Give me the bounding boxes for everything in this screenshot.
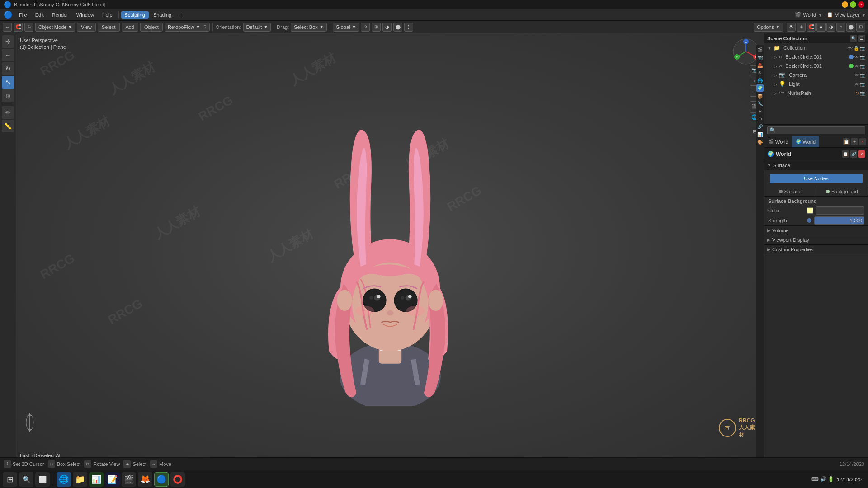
outline-vis-camera[interactable]: 👁	[854, 73, 859, 78]
media-button[interactable]: 🎬	[122, 472, 136, 487]
outline-render-camera[interactable]: 📷	[860, 73, 865, 78]
outline-render-bezier2[interactable]: 📷	[860, 64, 865, 69]
toolbar-view[interactable]: View	[77, 23, 96, 32]
outline-item-nurbspath[interactable]: ▷ 〰 NurbsPath ↻ 📷	[764, 89, 868, 98]
prop-icon-particles[interactable]: ✦	[756, 108, 764, 115]
edge-button[interactable]: 🌐	[57, 472, 71, 487]
vp-snap-toggle[interactable]: 🧲	[807, 23, 816, 32]
outline-vis-collection[interactable]: 👁	[848, 46, 853, 51]
tool-move[interactable]: ↔	[2, 49, 14, 61]
prop-icon-object[interactable]: 📦	[756, 92, 764, 99]
header-scene-select[interactable]: ▼	[818, 12, 823, 18]
surface-tab-background[interactable]: Background	[816, 187, 868, 196]
outline-render-bezier1[interactable]: 📷	[860, 55, 865, 60]
outline-item-beziercircle2[interactable]: ▷ ○ BezierCircle.001 👁 📷	[764, 61, 868, 70]
toolbar-mirror-btn[interactable]: ◑	[382, 23, 392, 32]
search-button[interactable]: 🔍	[19, 472, 33, 487]
vp-shading-solid[interactable]: ●	[816, 23, 826, 32]
outline-vis-bezier1[interactable]: 👁	[854, 55, 859, 60]
toolbar-object[interactable]: Object	[140, 23, 163, 32]
start-button[interactable]: ⊞	[3, 472, 17, 487]
outline-vis-bezier2[interactable]: 👁	[854, 64, 859, 69]
menuitem-render[interactable]: Render	[48, 11, 72, 19]
tool-measure[interactable]: 📏	[2, 120, 14, 132]
prop-icon-world[interactable]: 🌍	[756, 84, 764, 92]
toolbar-prop-edit-btn[interactable]: ⬤	[393, 23, 402, 32]
world-link-btn[interactable]: 🔗	[850, 150, 857, 158]
word-button[interactable]: 📝	[105, 472, 120, 487]
workspace-shading[interactable]: Shading	[150, 11, 175, 19]
prop-tab-scene[interactable]: 🎬 World	[764, 136, 792, 147]
toolbar-global-dropdown[interactable]: Global ▼	[333, 23, 359, 32]
tool-rotate[interactable]: ↻	[2, 62, 14, 75]
vp-shading-lookdev[interactable]: ⬤	[846, 23, 855, 32]
close-btn[interactable]: ×	[858, 1, 864, 8]
minimize-btn[interactable]: −	[842, 1, 848, 8]
tool-cursor[interactable]: ✛	[2, 35, 14, 48]
outline-hide-collection[interactable]: 🔒	[854, 46, 859, 51]
outline-render-light[interactable]: 📷	[860, 82, 865, 87]
outline-item-collection[interactable]: ▼ 📁 Collection 👁 🔒 📷	[764, 43, 868, 52]
prop-icon-material[interactable]: 🎨	[756, 138, 764, 145]
world-close-btn[interactable]: ×	[858, 150, 865, 158]
world-browse-btn[interactable]: 📋	[842, 150, 849, 158]
mode-dropdown[interactable]: Object Mode ▼	[35, 23, 75, 32]
prop-icon-view[interactable]: 👁	[756, 69, 764, 76]
outline-render-collection[interactable]: 📷	[860, 46, 865, 51]
menuitem-edit[interactable]: Edit	[32, 11, 47, 19]
navigation-gizmo[interactable]: Z Y X	[732, 38, 760, 65]
strength-slider[interactable]: 1.000	[814, 216, 864, 225]
vp-gizmo-toggle[interactable]: ⊕	[797, 23, 806, 32]
toolbar-transform-btn[interactable]: ↔	[3, 23, 12, 32]
prop-icon-scene[interactable]: 🎬	[756, 46, 764, 53]
viewport-display-header[interactable]: ▶ Viewport Display	[764, 235, 868, 244]
tool-annotate[interactable]: ✏	[2, 106, 14, 119]
workspace-sculpting[interactable]: Sculpting	[121, 11, 149, 19]
toolbar-retopoflow[interactable]: RetopoFlow ▼ ?	[165, 23, 210, 32]
firefox-button[interactable]: 🦊	[138, 472, 152, 487]
excel-button[interactable]: 📊	[89, 472, 104, 487]
custom-props-header[interactable]: ▶ Custom Properties	[764, 245, 868, 254]
vp-overlay-toggle[interactable]: 👁	[787, 23, 796, 32]
toolbar-add[interactable]: Add	[122, 23, 139, 32]
menuitem-blender[interactable]: 🔵	[2, 10, 14, 19]
menuitem-help[interactable]: Help	[99, 11, 116, 19]
prop-icon-data[interactable]: 📊	[756, 131, 764, 138]
menuitem-file[interactable]: File	[15, 11, 31, 19]
volume-header[interactable]: ▶ Volume	[764, 226, 868, 235]
prop-icon-constraints[interactable]: 🔗	[756, 123, 764, 130]
use-nodes-btn[interactable]: Use Nodes	[770, 174, 863, 183]
workspace-add[interactable]: +	[176, 11, 186, 19]
color-swatch[interactable]	[807, 207, 813, 214]
viewport-3d[interactable]: RRCG 人人素材 RRCG 人人素材 人人素材 RRCG 人人素材 RRCG …	[16, 33, 764, 462]
tool-transform[interactable]: ⊕	[2, 89, 14, 102]
taskview-button[interactable]: ⬜	[35, 472, 50, 487]
vp-xray-toggle[interactable]: ⊡	[856, 23, 865, 32]
header-viewlayer-select[interactable]: ▼	[861, 12, 866, 18]
toolbar-snap-btn[interactable]: 🧲	[14, 23, 23, 32]
tool-scale[interactable]: ⤡	[2, 76, 14, 89]
outline-item-camera[interactable]: ▷ 📷 Camera 👁 📷	[764, 70, 868, 80]
vp-shading-material[interactable]: ◑	[826, 23, 835, 32]
outline-render-nurbs[interactable]: 📷	[860, 91, 865, 96]
toolbar-options[interactable]: Options ▼	[754, 23, 783, 32]
toolbar-retopoflow-help[interactable]: ?	[204, 24, 207, 30]
prop-icon-physics[interactable]: ⚙	[756, 115, 764, 122]
prop-icon-scene2[interactable]: 🌐	[756, 77, 764, 84]
outliner-menu-btn[interactable]: ☰	[858, 35, 865, 42]
toolbar-snap2-btn[interactable]: ⊞	[372, 23, 381, 32]
prop-browse-btn[interactable]: 📋	[843, 138, 850, 145]
outline-vis-light[interactable]: 👁	[854, 82, 859, 87]
outliner-filter-btn[interactable]: 🔍	[850, 35, 857, 42]
outline-vis-nurbs[interactable]: ↻	[855, 91, 859, 96]
color-value-bar[interactable]	[816, 206, 864, 215]
prop-icon-render[interactable]: 📷	[756, 54, 764, 61]
toolbar-pivot-btn[interactable]: ⊙	[361, 23, 370, 32]
surface-section-header[interactable]: ▼ Surface	[764, 160, 868, 170]
prop-new-btn[interactable]: +	[851, 138, 858, 145]
toolbar-select[interactable]: Select	[98, 23, 120, 32]
prop-search-input[interactable]	[767, 126, 865, 134]
outline-item-beziercircle1[interactable]: ▷ ○ BezierCircle.001 👁 📷	[764, 52, 868, 61]
prop-icon-modifier[interactable]: 🔧	[756, 100, 764, 107]
maximize-btn[interactable]: □	[850, 1, 856, 8]
